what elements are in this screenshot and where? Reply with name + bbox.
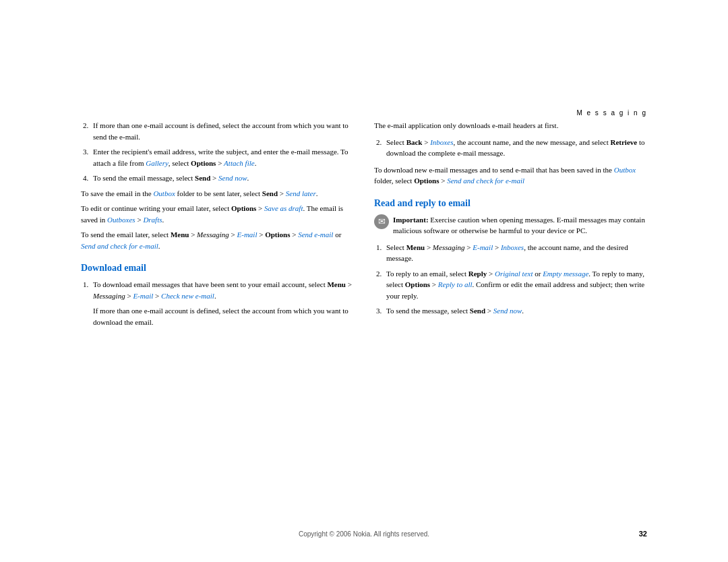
right-item-2-text: Select Back > Inboxes, the account name,… [386,138,644,158]
right-intro-text: The e-mail application only downloads e-… [374,120,647,131]
send-now-link-1: Send now [218,174,247,182]
read-reply-item-3: To send the message, select Send > Send … [384,305,647,317]
edit-continue-text: To edit or continue writing your email l… [81,203,354,225]
read-reply-item-1: Select Menu > Messaging > E-mail > Inbox… [384,242,647,264]
attach-file-link: Attach file [224,159,255,167]
left-item-2-text: If more than one e-mail account is defin… [93,121,348,141]
left-list-item-3: Enter the recipient's email address, wri… [90,146,354,168]
save-draft-text: To save the email in the Outbox folder t… [81,188,354,199]
download-email-heading: Download email [81,261,354,275]
important-icon: ✉ [374,214,389,229]
left-item-3-text: Enter the recipient's email address, wri… [93,148,348,167]
left-list-item-2: If more than one e-mail account is defin… [90,120,354,142]
read-reply-item-1-text: Select Menu > Messaging > E-mail > Inbox… [386,243,628,263]
left-column: If more than one e-mail account is defin… [81,120,354,508]
download-item-1-extra: If more than one e-mail account is defin… [93,305,354,327]
download-item-1-text: To download email messages that have bee… [93,280,352,300]
read-reply-item-3-text: To send the message, select Send > Send … [386,307,524,315]
right-column: The e-mail application only downloads e-… [374,120,647,508]
page: M e s s a g i n g If more than one e-mai… [0,0,728,562]
read-reply-list: Select Menu > Messaging > E-mail > Inbox… [374,242,647,317]
read-reply-item-2: To reply to an email, select Reply > Ori… [384,268,647,302]
page-header: M e s s a g i n g [576,109,647,117]
left-item-4-text: To send the email message, select Send >… [93,174,249,182]
header-title: M e s s a g i n g [576,109,647,117]
right-list-item-2: Select Back > Inboxes, the account name,… [384,137,647,159]
read-reply-heading: Read and reply to email [374,196,647,210]
download-new-text: To download new e-mail messages and to s… [374,164,647,187]
footer-copyright: Copyright © 2006 Nokia. All rights reser… [0,530,728,538]
important-text-block: Important: Exercise caution when opening… [393,214,647,237]
download-list-item-1: To download email messages that have bee… [90,279,354,327]
right-numbered-list: Select Back > Inboxes, the account name,… [374,137,647,159]
read-reply-item-2-text: To reply to an email, select Reply > Ori… [386,270,644,300]
important-box: ✉ Important: Exercise caution when openi… [374,214,647,237]
gallery-link: Gallery [146,159,169,167]
left-numbered-list: If more than one e-mail account is defin… [81,120,354,184]
send-later-text: To send the email later, select Menu > M… [81,229,354,251]
download-list: To download email messages that have bee… [81,279,354,327]
content-area: If more than one e-mail account is defin… [81,120,647,508]
left-list-item-4: To send the email message, select Send >… [90,173,354,184]
save-draft-block: To save the email in the Outbox folder t… [81,188,354,252]
footer-page-number: 32 [639,530,647,538]
